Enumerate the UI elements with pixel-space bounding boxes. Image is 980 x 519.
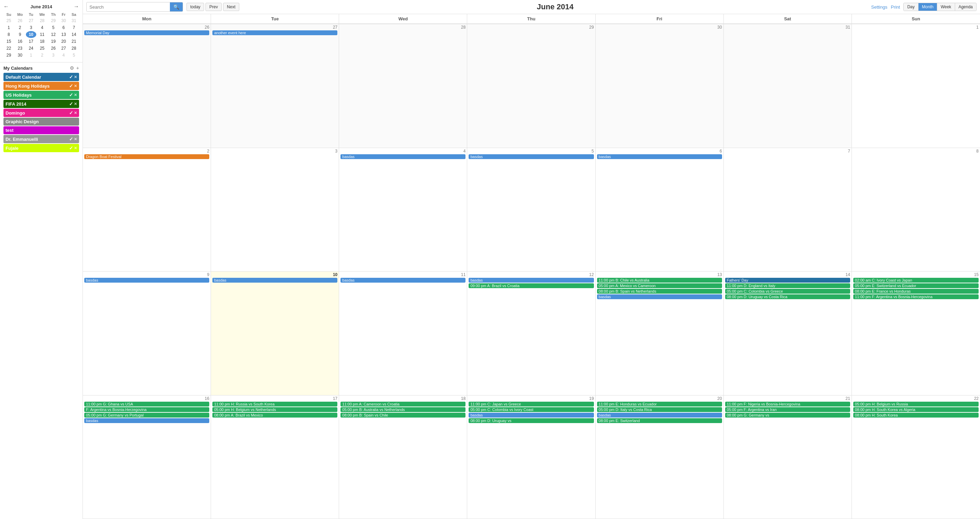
- event-pill[interactable]: 09:00 pm A: Brazil vs Croatia: [469, 283, 593, 288]
- mini-cal-day[interactable]: 4: [36, 24, 48, 31]
- event-pill[interactable]: 05:00 pm G: Germany vs Portugal: [84, 413, 209, 417]
- mini-cal-day[interactable]: 16: [14, 38, 26, 45]
- event-pill[interactable]: basdas: [340, 154, 466, 159]
- event-pill[interactable]: 05:00 pm D: Italy vs Costa Rica: [597, 407, 722, 412]
- mini-cal-day[interactable]: 28: [69, 45, 79, 52]
- calendar-item[interactable]: Default Calendar ✓✕: [3, 73, 79, 81]
- calendar-cell[interactable]: 2111:00 pm F: Nigeria vs Bosnia-Hercegov…: [724, 395, 852, 519]
- event-pill[interactable]: basdas: [84, 418, 209, 423]
- event-pill[interactable]: 05:00 pm H: Belgium vs Russia: [853, 402, 978, 406]
- calendar-remove-icon[interactable]: ✕: [74, 84, 77, 88]
- calendar-cell[interactable]: 10basdas: [211, 271, 339, 395]
- mini-cal-day[interactable]: 9: [14, 31, 26, 38]
- event-pill[interactable]: basdas: [597, 413, 722, 417]
- settings-link[interactable]: Settings: [871, 5, 888, 10]
- mini-cal-day[interactable]: 18: [36, 38, 48, 45]
- mini-cal-day[interactable]: 15: [3, 38, 14, 45]
- event-pill[interactable]: 05:00 pm C: Colombia vs Greece: [725, 289, 850, 294]
- calendar-cell[interactable]: 31: [724, 24, 852, 148]
- mini-cal-day[interactable]: 25: [3, 17, 14, 24]
- calendar-remove-icon[interactable]: ✕: [74, 146, 77, 151]
- calendar-item[interactable]: Dr. Emmanuelli ✓✕: [3, 135, 79, 143]
- mini-cal-day[interactable]: 4: [58, 52, 69, 59]
- event-pill[interactable]: 05:00 pm E: Switzerland vs Ecuador: [853, 283, 978, 288]
- calendar-cell[interactable]: 8: [852, 148, 980, 271]
- event-pill[interactable]: 08:00 pm D: Uruguay vs Costa Rica: [725, 294, 850, 299]
- calendar-cell[interactable]: 1: [852, 24, 980, 148]
- calendar-cell[interactable]: 6basdas: [596, 148, 724, 271]
- mini-cal-day[interactable]: 29: [3, 52, 14, 59]
- event-pill[interactable]: 02:00 am C: Ivory Coast vs Japan: [853, 278, 978, 283]
- mini-cal-day[interactable]: 5: [69, 52, 79, 59]
- event-pill[interactable]: F: Argentina vs Bosnia-Herzegovina: [84, 407, 209, 412]
- mini-cal-day[interactable]: 23: [14, 45, 26, 52]
- search-input[interactable]: [87, 3, 170, 11]
- next-button[interactable]: Next: [223, 3, 239, 11]
- view-day-button[interactable]: Day: [904, 3, 918, 11]
- event-pill[interactable]: basdas: [597, 154, 722, 159]
- calendar-cell[interactable]: 1911:00 pm C: Japan vs Greece05:00 pm C:…: [467, 395, 595, 519]
- event-pill[interactable]: 08:00 pm E: France vs Honduras: [853, 289, 978, 294]
- calendar-cell[interactable]: 27another event here: [211, 24, 339, 148]
- mini-cal-day[interactable]: 10: [26, 31, 36, 38]
- calendar-cell[interactable]: 1502:00 am C: Ivory Coast vs Japan05:00 …: [852, 271, 980, 395]
- mini-cal-day[interactable]: 8: [3, 31, 14, 38]
- calendar-cell[interactable]: 30: [596, 24, 724, 148]
- event-pill[interactable]: 08:00 pm H: South Korea vs Algeria: [853, 407, 978, 412]
- event-pill[interactable]: 11:00 pm F: Nigeria vs Bosnia-Hercegovin…: [725, 402, 850, 406]
- view-month-button[interactable]: Month: [918, 3, 937, 11]
- calendar-cell[interactable]: 28: [339, 24, 467, 148]
- event-pill[interactable]: 05:00 pm H: Belgium vs Netherlands: [212, 407, 337, 412]
- mini-cal-day[interactable]: 13: [58, 31, 69, 38]
- event-pill[interactable]: 08:00 pm G: Germany vs: [725, 413, 850, 417]
- mini-cal-day[interactable]: 27: [58, 45, 69, 52]
- calendar-item[interactable]: Graphic Design: [3, 117, 79, 125]
- mini-cal-day[interactable]: 24: [26, 45, 36, 52]
- mini-cal-day[interactable]: 17: [26, 38, 36, 45]
- mini-cal-day[interactable]: 11: [36, 31, 48, 38]
- event-pill[interactable]: Memorial Day: [84, 30, 209, 35]
- mini-cal-day[interactable]: 20: [58, 38, 69, 45]
- event-pill[interactable]: basdas: [597, 294, 722, 299]
- mini-cal-day[interactable]: 1: [3, 24, 14, 31]
- mini-cal-day[interactable]: 2: [36, 52, 48, 59]
- event-pill[interactable]: Fathers' Day: [725, 278, 850, 283]
- calendar-cell[interactable]: 11basdas: [339, 271, 467, 395]
- event-pill[interactable]: 11:00 pm D: England vs Italy: [725, 283, 850, 288]
- calendar-cell[interactable]: 2011:00 pm E: Honduras vs Ecuador05:00 p…: [596, 395, 724, 519]
- event-pill[interactable]: 08:00 pm B: Spain vs Netherlands: [597, 289, 722, 294]
- calendar-cell[interactable]: 29: [467, 24, 595, 148]
- mini-cal-day[interactable]: 30: [14, 52, 26, 59]
- calendar-cell[interactable]: 2205:00 pm H: Belgium vs Russia08:00 pm …: [852, 395, 980, 519]
- event-pill[interactable]: 05:00 pm A: Mexico vs Cameroon: [597, 283, 722, 288]
- mini-cal-next-button[interactable]: →: [73, 3, 79, 10]
- mini-cal-day[interactable]: 6: [58, 24, 69, 31]
- mini-cal-day[interactable]: 3: [48, 52, 58, 59]
- event-pill[interactable]: 11:00 pm G: Ghana vs USA: [84, 402, 209, 406]
- event-pill[interactable]: 11:00 pm E: Honduras vs Ecuador: [597, 402, 722, 406]
- mini-cal-day[interactable]: 2: [14, 24, 26, 31]
- calendar-remove-icon[interactable]: ✕: [74, 93, 77, 97]
- calendar-cell[interactable]: 5basdas: [467, 148, 595, 271]
- calendar-cell[interactable]: 3: [211, 148, 339, 271]
- mini-cal-day[interactable]: 3: [26, 24, 36, 31]
- event-pill[interactable]: Dragon Boat Festival: [84, 154, 209, 159]
- event-pill[interactable]: 11:00 pm B: Chile vs Australia: [597, 278, 722, 283]
- calendar-cell[interactable]: 14Fathers' Day11:00 pm D: England vs Ita…: [724, 271, 852, 395]
- mini-cal-day[interactable]: 7: [69, 24, 79, 31]
- event-pill[interactable]: 11:00 pm H: Russia vs South Korea: [212, 402, 337, 406]
- calendar-cell[interactable]: 12basdas09:00 pm A: Brazil vs Croatia: [467, 271, 595, 395]
- mini-cal-day[interactable]: 14: [69, 31, 79, 38]
- calendar-item[interactable]: FIFA 2014 ✓✕: [3, 100, 79, 108]
- mini-cal-prev-button[interactable]: ←: [3, 3, 9, 10]
- mini-cal-day[interactable]: 31: [69, 17, 79, 24]
- settings-icon[interactable]: ⚙: [70, 65, 74, 71]
- event-pill[interactable]: 08:00 pm E: Switzerland: [597, 418, 722, 423]
- calendar-item[interactable]: Domingo ✓✕: [3, 109, 79, 117]
- prev-button[interactable]: Prev: [205, 3, 222, 11]
- mini-cal-day[interactable]: 19: [48, 38, 58, 45]
- event-pill[interactable]: another event here: [212, 30, 337, 35]
- event-pill[interactable]: basdas: [340, 278, 466, 283]
- view-agenda-button[interactable]: Agenda: [955, 3, 976, 11]
- mini-cal-day[interactable]: 29: [48, 17, 58, 24]
